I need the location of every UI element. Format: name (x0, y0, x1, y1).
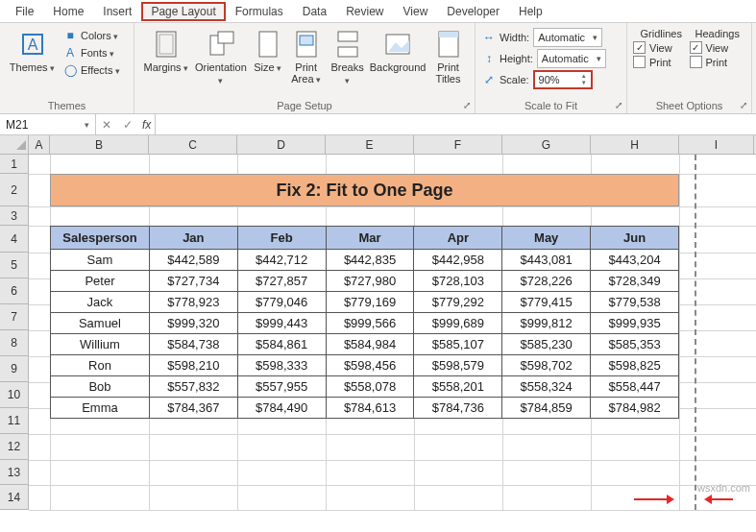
table-cell[interactable]: $585,230 (502, 334, 591, 355)
table-cell[interactable]: $779,046 (237, 292, 326, 313)
effects-button[interactable]: ◯Effects (62, 62, 120, 78)
table-cell[interactable]: $999,812 (502, 313, 591, 334)
sheet-options-launcher-icon[interactable]: ⤢ (740, 100, 747, 110)
table-cell[interactable]: $784,859 (502, 398, 591, 419)
col-header[interactable]: I (679, 135, 754, 154)
breaks-button[interactable]: Breaks (327, 27, 368, 88)
table-cell[interactable]: $557,955 (237, 376, 326, 398)
colors-button[interactable]: ■Colors (62, 28, 120, 43)
table-cell[interactable]: $779,415 (502, 292, 591, 313)
table-cell[interactable]: $558,324 (502, 376, 591, 398)
scale-height-select[interactable]: Automatic▾ (537, 49, 606, 68)
row-header[interactable]: 7 (0, 304, 29, 330)
themes-button[interactable]: A Themes (6, 27, 59, 76)
sheet-title[interactable]: Fix 2: Fit to One Page (50, 174, 679, 206)
col-header[interactable]: G (502, 135, 591, 154)
table-header[interactable]: Jan (149, 227, 237, 250)
col-header[interactable]: D (237, 135, 326, 154)
tab-developer[interactable]: Developer (437, 2, 509, 21)
table-cell[interactable]: $558,078 (326, 376, 414, 398)
table-cell[interactable]: Samuel (51, 313, 150, 334)
gridlines-view-checkbox[interactable]: ✓View (633, 41, 690, 54)
cells-area[interactable]: Fix 2: Fit to One Page Salesperson Jan F… (29, 155, 756, 510)
table-cell[interactable]: $999,320 (149, 313, 237, 334)
cancel-formula-icon[interactable]: ✕ (96, 118, 117, 132)
row-header[interactable]: 11 (0, 408, 29, 434)
table-cell[interactable]: $557,832 (149, 376, 237, 398)
table-cell[interactable]: $779,292 (414, 292, 502, 313)
fx-label[interactable]: fx (138, 118, 155, 132)
orientation-button[interactable]: Orientation (192, 27, 250, 88)
table-header[interactable]: Mar (326, 227, 414, 250)
row-header[interactable]: 13 (0, 460, 29, 485)
col-header[interactable]: B (50, 135, 149, 154)
table-cell[interactable]: $442,958 (414, 250, 502, 271)
scale-width-select[interactable]: Automatic▾ (533, 28, 602, 47)
margins-button[interactable]: Margins (140, 27, 192, 76)
table-cell[interactable]: Jack (51, 292, 150, 313)
table-cell[interactable]: $443,204 (591, 250, 679, 271)
table-cell[interactable]: $727,857 (237, 271, 326, 292)
table-header[interactable]: Salesperson (51, 227, 150, 250)
table-cell[interactable]: $584,861 (237, 334, 326, 355)
select-all-corner[interactable] (0, 135, 29, 154)
tab-home[interactable]: Home (43, 2, 93, 21)
col-header[interactable]: F (414, 135, 502, 154)
table-cell[interactable]: $442,589 (149, 250, 237, 271)
tab-data[interactable]: Data (293, 2, 336, 21)
table-cell[interactable]: Bob (51, 376, 150, 398)
size-button[interactable]: Size (250, 27, 285, 76)
fonts-button[interactable]: AFonts (62, 45, 120, 60)
table-cell[interactable]: $728,103 (414, 271, 502, 292)
table-cell[interactable]: Emma (51, 398, 150, 419)
headings-view-checkbox[interactable]: ✓View (690, 41, 746, 54)
table-cell[interactable]: $784,367 (149, 398, 237, 419)
table-header[interactable]: Feb (237, 227, 326, 250)
data-table[interactable]: Salesperson Jan Feb Mar Apr May Jun Sam$… (50, 226, 679, 419)
table-cell[interactable]: $442,712 (237, 250, 326, 271)
table-cell[interactable]: $598,333 (237, 355, 326, 376)
row-header[interactable]: 2 (0, 174, 29, 206)
col-header[interactable]: H (591, 135, 679, 154)
table-cell[interactable]: $728,226 (502, 271, 591, 292)
table-cell[interactable]: $999,443 (237, 313, 326, 334)
row-header[interactable]: 10 (0, 382, 29, 408)
table-cell[interactable]: $728,349 (591, 271, 679, 292)
row-header[interactable]: 8 (0, 330, 29, 356)
print-titles-button[interactable]: Print Titles (427, 27, 469, 86)
table-cell[interactable]: $598,825 (591, 355, 679, 376)
table-cell[interactable]: $584,738 (149, 334, 237, 355)
table-cell[interactable]: $585,353 (591, 334, 679, 355)
table-cell[interactable]: $727,734 (149, 271, 237, 292)
row-header[interactable]: 5 (0, 253, 29, 278)
table-cell[interactable]: $727,980 (326, 271, 414, 292)
table-cell[interactable]: $443,081 (502, 250, 591, 271)
table-cell[interactable]: $585,107 (414, 334, 502, 355)
table-header[interactable]: Apr (414, 227, 502, 250)
gridlines-print-checkbox[interactable]: Print (633, 56, 690, 68)
table-cell[interactable]: $784,613 (326, 398, 414, 419)
scale-launcher-icon[interactable]: ⤢ (615, 100, 622, 110)
name-box-dropdown-icon[interactable]: ▾ (85, 120, 89, 130)
table-cell[interactable]: $999,935 (591, 313, 679, 334)
headings-print-checkbox[interactable]: Print (690, 56, 746, 68)
table-cell[interactable]: Sam (51, 250, 150, 271)
table-cell[interactable]: $779,538 (591, 292, 679, 313)
table-header[interactable]: Jun (591, 227, 679, 250)
col-header[interactable]: A (29, 135, 50, 154)
enter-formula-icon[interactable]: ✓ (117, 118, 138, 132)
background-button[interactable]: Background (368, 27, 427, 75)
row-header[interactable]: 14 (0, 485, 29, 510)
table-cell[interactable]: $442,835 (326, 250, 414, 271)
table-cell[interactable]: Willium (51, 334, 150, 355)
table-cell[interactable]: $784,982 (591, 398, 679, 419)
col-header[interactable]: C (149, 135, 237, 154)
name-box[interactable]: M21 ▾ (0, 114, 96, 135)
tab-page-layout[interactable]: Page Layout (141, 2, 225, 21)
table-header[interactable]: May (502, 227, 591, 250)
table-cell[interactable]: Peter (51, 271, 150, 292)
table-cell[interactable]: $598,456 (326, 355, 414, 376)
row-header[interactable]: 6 (0, 278, 29, 304)
tab-formulas[interactable]: Formulas (226, 2, 293, 21)
tab-insert[interactable]: Insert (93, 2, 141, 21)
